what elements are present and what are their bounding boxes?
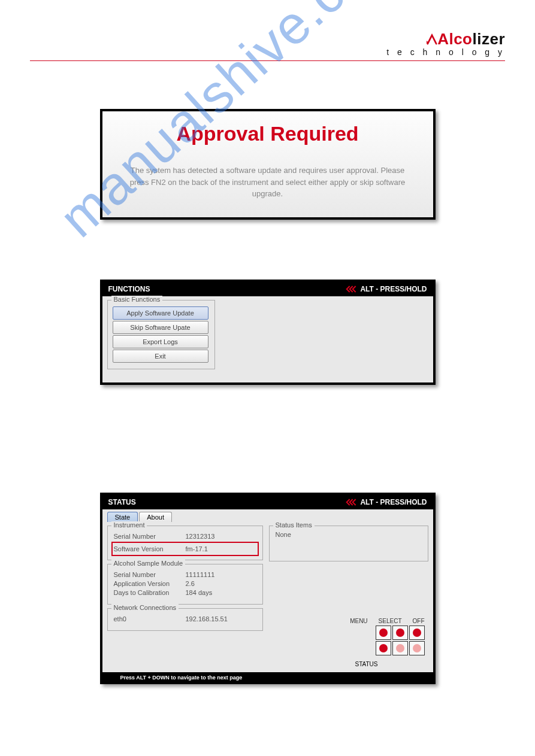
tab-about[interactable]: About bbox=[139, 512, 172, 522]
instrument-serial-label: Serial Number bbox=[114, 533, 186, 540]
status-hw-label: STATUS bbox=[355, 661, 378, 667]
network-group: Network Connections eth0 192.168.15.51 bbox=[107, 608, 263, 631]
asm-legend: Alcohol Sample Module bbox=[111, 560, 186, 567]
asm-group: Alcohol Sample Module Serial Number 1111… bbox=[107, 564, 263, 605]
instrument-legend: Instrument bbox=[111, 521, 147, 529]
functions-panel: FUNCTIONS ALT - PRESS/HOLD Basic Functio… bbox=[100, 280, 436, 385]
software-version-label: Software Version bbox=[114, 545, 186, 552]
functions-alt-label: ALT - PRESS/HOLD bbox=[360, 285, 427, 293]
led-dim-icon bbox=[413, 644, 421, 652]
led-red-icon bbox=[413, 629, 421, 637]
menu-button[interactable] bbox=[376, 626, 391, 640]
status-items-legend: Status Items bbox=[273, 521, 315, 529]
asm-cal-value: 184 days bbox=[186, 589, 256, 596]
led-red-icon bbox=[379, 629, 388, 637]
basic-functions-legend: Basic Functions bbox=[111, 296, 163, 303]
export-logs-button[interactable]: Export Logs bbox=[113, 335, 208, 348]
led-red-icon bbox=[396, 629, 404, 637]
hw-button-4[interactable] bbox=[376, 641, 391, 655]
asm-cal-label: Days to Calibration bbox=[114, 589, 186, 596]
logo-subtitle: t e c h n o l o g y bbox=[30, 47, 505, 57]
chevron-left-icon bbox=[346, 498, 358, 506]
hw-button-5[interactable] bbox=[392, 641, 408, 655]
status-items-value: None bbox=[276, 531, 422, 538]
instrument-serial-value: 12312313 bbox=[186, 533, 256, 540]
brand-logo: Alcolizer t e c h n o l o g y bbox=[30, 30, 505, 57]
select-label: SELECT bbox=[379, 618, 402, 624]
network-iface: eth0 bbox=[114, 615, 186, 623]
software-version-highlight: Software Version fm-17.1 bbox=[111, 542, 259, 556]
asm-serial-value: 11111111 bbox=[186, 571, 256, 578]
led-dim-icon bbox=[396, 644, 404, 652]
status-panel: STATUS ALT - PRESS/HOLD State About Inst… bbox=[100, 493, 436, 684]
status-alt-label: ALT - PRESS/HOLD bbox=[360, 498, 427, 506]
status-footer-hint: Press ALT + DOWN to navigate to the next… bbox=[102, 672, 433, 682]
asm-app-label: Application Version bbox=[114, 580, 186, 587]
approval-message: The system has detected a software updat… bbox=[102, 165, 433, 200]
status-items-group: Status Items None bbox=[269, 526, 428, 561]
exit-button[interactable]: Exit bbox=[113, 350, 208, 363]
off-label: OFF bbox=[413, 618, 425, 624]
led-red-icon bbox=[379, 644, 388, 652]
logo-text-red: Alco bbox=[437, 30, 472, 48]
instrument-group: Instrument Serial Number 12312313 Softwa… bbox=[107, 526, 263, 560]
functions-header-title: FUNCTIONS bbox=[108, 285, 150, 293]
network-legend: Network Connections bbox=[111, 604, 179, 611]
tab-state[interactable]: State bbox=[107, 512, 138, 522]
apply-software-update-button[interactable]: Apply Software Update bbox=[113, 306, 208, 320]
logo-mark-icon bbox=[427, 34, 437, 45]
hw-button-6[interactable] bbox=[409, 641, 425, 655]
network-ip: 192.168.15.51 bbox=[186, 615, 256, 623]
asm-app-value: 2.6 bbox=[186, 580, 256, 587]
chevron-left-icon bbox=[346, 285, 358, 293]
approval-dialog: Approval Required The system has detecte… bbox=[100, 109, 436, 220]
status-tabs: State About bbox=[102, 509, 433, 522]
hardware-button-cluster: MENU SELECT OFF bbox=[350, 618, 424, 655]
skip-software-update-button[interactable]: Skip Software Upate bbox=[113, 321, 208, 334]
approval-title: Approval Required bbox=[102, 122, 433, 145]
off-button[interactable] bbox=[409, 626, 425, 640]
header-rule bbox=[30, 60, 505, 61]
status-header: STATUS ALT - PRESS/HOLD bbox=[102, 495, 433, 509]
menu-label: MENU bbox=[350, 618, 367, 624]
select-button[interactable] bbox=[392, 626, 408, 640]
logo-text-black: lizer bbox=[472, 30, 505, 48]
asm-serial-label: Serial Number bbox=[114, 571, 186, 578]
functions-header: FUNCTIONS ALT - PRESS/HOLD bbox=[102, 282, 433, 296]
status-header-title: STATUS bbox=[108, 498, 136, 506]
software-version-value: fm-17.1 bbox=[186, 545, 256, 552]
basic-functions-group: Basic Functions Apply Software Update Sk… bbox=[107, 300, 215, 369]
